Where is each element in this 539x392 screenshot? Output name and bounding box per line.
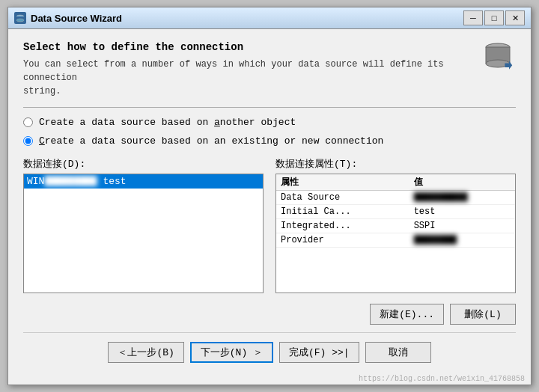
- radio-section: Create a data source based on another ob…: [23, 117, 516, 147]
- value-cell: SSPI: [409, 219, 515, 233]
- prop-cell: Initial Ca...: [276, 205, 409, 219]
- action-buttons: 新建(E)... 删除(L): [23, 304, 516, 325]
- minimize-button[interactable]: ─: [463, 10, 483, 25]
- header-icon: [480, 41, 516, 74]
- radio-existing-connection[interactable]: Create a data source based on an existin…: [23, 135, 516, 147]
- wizard-content: Select how to define the connection You …: [8, 29, 531, 375]
- svg-point-2: [16, 19, 24, 22]
- value-col-header: 值: [409, 174, 515, 191]
- window-controls: ─ □ ✕: [463, 10, 525, 25]
- table-row: Provider ████████: [276, 233, 515, 248]
- header-text: Select how to define the connection You …: [23, 41, 480, 98]
- back-button[interactable]: ＜上一步(B): [108, 342, 183, 363]
- header-title: Select how to define the connection: [23, 41, 480, 53]
- watermark: https://blog.csdn.net/weixin_41768858: [8, 375, 531, 385]
- radio-another-input[interactable]: [23, 117, 33, 127]
- prop-col-header: 属性: [276, 174, 409, 191]
- close-button[interactable]: ✕: [505, 10, 525, 25]
- table-row: Integrated... SSPI: [276, 219, 515, 233]
- right-panel: 数据连接属性(T): 属性 值 Data Source ████: [275, 157, 516, 293]
- properties-table: 属性 值 Data Source ██████████ Initial Ca..…: [275, 174, 516, 293]
- radio-existing-input[interactable]: [23, 136, 33, 146]
- prop-cell: Integrated...: [276, 219, 409, 233]
- prop-cell: Provider: [276, 233, 409, 248]
- next-button[interactable]: 下一步(N) ＞: [190, 342, 273, 363]
- table-row: Initial Ca... test: [276, 205, 515, 219]
- cancel-button[interactable]: 取消: [365, 342, 431, 363]
- value-cell: ██████████: [409, 191, 515, 205]
- list-item[interactable]: WIN█████████ test: [24, 174, 263, 189]
- window-icon: [14, 12, 26, 24]
- radio-another-object[interactable]: Create a data source based on another ob…: [23, 117, 516, 128]
- blurred-server-name: █████████: [44, 176, 97, 187]
- table-row: Data Source ██████████: [276, 191, 515, 205]
- window-title: Data Source Wizard: [31, 13, 463, 24]
- connection-list[interactable]: WIN█████████ test: [23, 174, 264, 293]
- value-cell: test: [409, 205, 515, 219]
- radio-existing-label: Create a data source based on an existin…: [39, 135, 383, 147]
- two-panel: 数据连接(D): WIN█████████ test 数据连接属性(T): 属性…: [23, 157, 516, 293]
- footer-buttons: ＜上一步(B) 下一步(N) ＞ 完成(F) >>| 取消: [23, 332, 516, 363]
- new-button[interactable]: 新建(E)...: [370, 304, 444, 325]
- radio-another-label: Create a data source based on another ob…: [39, 117, 296, 128]
- prop-cell: Data Source: [276, 191, 409, 205]
- left-panel-label: 数据连接(D):: [23, 157, 264, 171]
- header-section: Select how to define the connection You …: [23, 41, 516, 108]
- right-panel-label: 数据连接属性(T):: [275, 157, 516, 171]
- delete-button[interactable]: 删除(L): [450, 304, 516, 325]
- value-cell: ████████: [409, 233, 515, 248]
- header-desc: You can select from a number of ways in …: [23, 58, 480, 98]
- title-bar: Data Source Wizard ─ □ ✕: [8, 7, 531, 29]
- maximize-button[interactable]: □: [484, 10, 504, 25]
- left-panel: 数据连接(D): WIN█████████ test: [23, 157, 264, 293]
- wizard-window: Data Source Wizard ─ □ ✕ Select how to d…: [7, 7, 532, 385]
- finish-button[interactable]: 完成(F) >>|: [279, 342, 359, 363]
